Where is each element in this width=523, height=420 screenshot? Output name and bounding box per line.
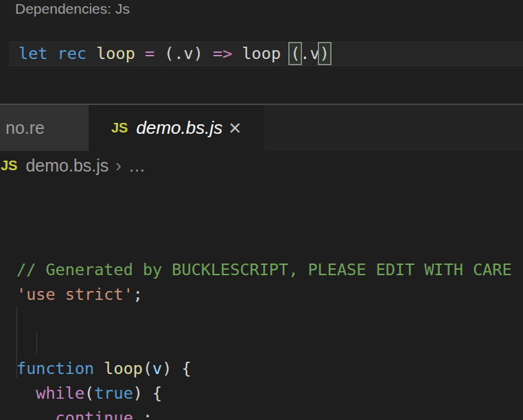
code-token — [47, 44, 57, 63]
code-token: ) { — [133, 384, 162, 403]
code-token: = — [145, 44, 154, 63]
tab-label: demo.bs.js — [136, 117, 222, 139]
code-token: continue — [56, 408, 133, 420]
code-token: ( — [84, 384, 94, 403]
code-line: continue ; — [0, 406, 523, 420]
code-token — [135, 44, 145, 63]
indent-guide — [36, 332, 37, 354]
tab-label: no.re — [5, 118, 45, 138]
tab-demo-re[interactable]: no.re — [0, 105, 89, 151]
indent-guide — [16, 307, 17, 378]
js-file-icon: JS — [1, 158, 17, 174]
code-line — [0, 307, 523, 331]
top-editor-pane[interactable]: Dependencies: Js let rec loop = (.v) => … — [0, 0, 523, 104]
code-token: ; — [133, 408, 152, 420]
code-line — [0, 331, 523, 356]
code-line: // Generated by BUCKLESCRIPT, PLEASE EDI… — [0, 257, 523, 282]
code-token: v — [152, 359, 162, 378]
code-line: function loop(v) { — [0, 356, 523, 381]
code-token: ( — [143, 359, 152, 378]
tab-bar: no.re JS demo.bs.js × — [0, 105, 523, 151]
js-file-icon: JS — [111, 120, 128, 136]
code-token: // Generated by BUCKLESCRIPT, PLEASE EDI… — [16, 260, 512, 279]
code-token: while — [36, 384, 84, 403]
code-token — [94, 359, 104, 378]
code-token: loop — [104, 359, 143, 378]
chevron-right-icon: › — [115, 155, 121, 176]
codelens-dependencies[interactable]: Dependencies: Js — [15, 1, 130, 17]
bottom-editor-pane[interactable]: // Generated by BUCKLESCRIPT, PLEASE EDI… — [0, 180, 523, 420]
code-token: ( — [290, 44, 300, 63]
code-line: while(true) { — [0, 381, 523, 406]
breadcrumb: JS demo.bs.js › … — [0, 151, 523, 180]
code-line[interactable]: let rec loop = (.v) => loop (.v) — [19, 42, 329, 66]
tab-demo-bs-js[interactable]: JS demo.bs.js × — [89, 105, 264, 151]
code-token: ) { — [162, 359, 191, 378]
code-token: let — [19, 44, 47, 63]
code-token: ; — [133, 285, 143, 304]
breadcrumb-symbol-ellipsis[interactable]: … — [128, 156, 146, 176]
code-token: function — [16, 359, 94, 378]
code-token: rec — [58, 44, 86, 63]
code-token: ) — [320, 44, 329, 63]
breadcrumb-filename[interactable]: demo.bs.js — [25, 156, 108, 176]
code-token: loop — [232, 44, 290, 63]
code-token: loop — [96, 44, 135, 63]
code-token: => — [213, 44, 232, 63]
code-token: true — [94, 384, 133, 403]
code-token — [16, 384, 36, 403]
code-token: 'use strict' — [16, 285, 133, 304]
close-tab-icon[interactable]: × — [229, 117, 241, 139]
code-token: (.v) — [154, 44, 213, 63]
code-token — [86, 44, 96, 63]
code-token: .v — [300, 44, 319, 63]
code-line: 'use strict'; — [0, 282, 523, 307]
code-token — [16, 408, 56, 420]
